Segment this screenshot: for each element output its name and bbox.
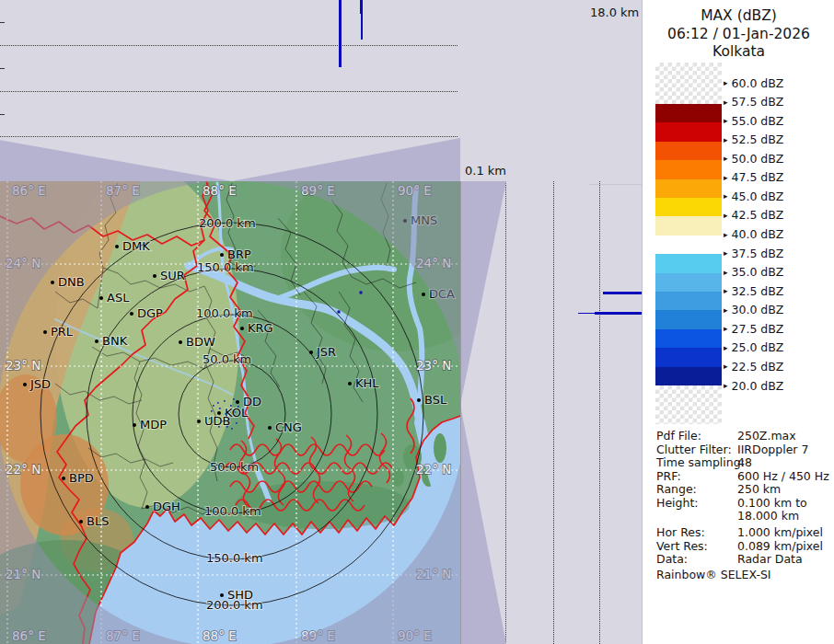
city-label: JSD (29, 377, 51, 391)
meta-row: Height:0.100 km to (656, 496, 831, 510)
range-ring-label: 50.0 km (203, 352, 251, 366)
clutter-echo (233, 398, 235, 400)
profile-gridline (0, 45, 458, 46)
scale-band (655, 254, 722, 272)
beam-shadow-wedge (460, 405, 506, 644)
city-marker (268, 426, 272, 430)
city-label: BRP (227, 247, 251, 261)
scale-label: ▸57.5 dBZ (724, 95, 783, 109)
meta-value: 48 (737, 455, 752, 469)
scale-band (655, 273, 722, 292)
meta-value: Radar Data (737, 552, 803, 566)
graticule-label: 21° N (416, 567, 451, 581)
range-ring-label: 50.0 km (210, 460, 259, 474)
meta-label: Vert Res: (656, 539, 708, 553)
scale-value: 30.0 dBZ (732, 303, 784, 316)
scale-value: 45.0 dBZ (732, 190, 784, 203)
graticule-label: 88° E (203, 628, 237, 643)
city-label: BDW (186, 335, 215, 349)
station-name: Kolkata (643, 43, 834, 62)
city-marker (309, 351, 313, 354)
echo-spike (595, 312, 642, 315)
city-marker (145, 505, 149, 509)
scale-label: ▸37.5 dBZ (724, 246, 783, 260)
city-marker (197, 420, 201, 423)
city-label: BPD (69, 471, 94, 485)
scale-tick-arrow-icon: ▸ (724, 378, 728, 393)
city-label: DGP (137, 306, 163, 320)
echo-spike (361, 14, 363, 40)
scale-value: 40.0 dBZ (732, 227, 784, 241)
profile-gridline (0, 91, 458, 92)
scale-value: 55.0 dBZ (732, 114, 784, 128)
city-marker (240, 327, 244, 330)
city-label: BNK (102, 334, 128, 348)
scale-band (655, 329, 722, 348)
graticule-label: 22° N (416, 462, 451, 477)
graticule-label: 89° E (301, 183, 335, 198)
scale-value: 50.0 dBZ (732, 152, 784, 166)
scale-tick-arrow-icon: ▸ (724, 113, 728, 128)
profile-gridline (589, 184, 642, 185)
radar-display: 18.0 km 0.1 km (0, 0, 834, 644)
scale-band (655, 348, 722, 366)
graticule-label: 24° N (416, 256, 451, 270)
city-label: CNG (275, 420, 302, 434)
graticule-label: 22° N (6, 462, 41, 477)
scale-tick-arrow-icon: ▸ (724, 75, 728, 90)
meta-label: Pdf File: (656, 429, 701, 443)
graticule-label: 89° E (301, 628, 335, 643)
echo-spike (603, 292, 642, 294)
scale-value: 27.5 dBZ (732, 322, 784, 336)
city-label: BLS (87, 514, 109, 528)
city-label: BSL (424, 393, 447, 407)
meta-label: Data: (656, 552, 688, 566)
meta-row: Pdf File:250Z.max (656, 429, 831, 443)
city-marker (43, 330, 47, 334)
scale-label: ▸42.5 dBZ (724, 208, 783, 223)
beam-shadow-wedge (0, 138, 232, 181)
city-marker (422, 293, 425, 296)
scale-tick-arrow-icon: ▸ (724, 227, 728, 242)
city-marker (236, 400, 239, 404)
scale-band (655, 122, 722, 141)
meta-row: Clutter Filter:IIRDoppler 7 (656, 443, 831, 456)
scale-value: 22.5 dBZ (732, 360, 784, 374)
city-marker (115, 245, 119, 248)
clutter-echo (211, 410, 213, 412)
city-label: DGH (153, 500, 180, 513)
meta-row: Vert Res:0.089 km/pixel (656, 539, 831, 553)
scale-band-transparent (655, 385, 722, 424)
product-name: MAX (dBZ) (643, 7, 834, 26)
scale-label: ▸30.0 dBZ (724, 303, 783, 317)
city-marker (95, 339, 98, 343)
scale-value: 47.5 dBZ (732, 170, 784, 184)
scale-band (655, 367, 722, 385)
scale-label: ▸50.0 dBZ (724, 151, 783, 166)
scale-label: ▸60.0 dBZ (724, 75, 783, 90)
radar-echo (338, 311, 341, 314)
graticule-label: 88° E (203, 183, 237, 198)
meta-value: 250Z.max (737, 429, 796, 443)
echo-spike (578, 313, 595, 314)
city-marker (99, 296, 103, 300)
graticule-label: 87° E (106, 628, 140, 643)
scale-tick-arrow-icon: ▸ (724, 208, 728, 223)
meta-label: Clutter Filter: (656, 443, 732, 456)
scale-label: ▸20.0 dBZ (724, 378, 783, 393)
city-marker (403, 219, 407, 223)
scale-band (655, 160, 722, 178)
city-label: JSR (316, 345, 336, 359)
city-marker (179, 340, 182, 344)
clutter-echo (217, 402, 219, 404)
scale-label: ▸27.5 dBZ (724, 321, 783, 336)
meta-row: Hor Res:1.000 km/pixel (656, 525, 831, 539)
meta-label: Hor Res: (656, 525, 705, 539)
city-marker (220, 253, 224, 257)
scale-value: 25.0 dBZ (732, 340, 784, 354)
meta-value: 0.089 km/pixel (737, 539, 823, 553)
scale-tick-arrow-icon: ▸ (724, 246, 728, 260)
city-label: KRG (248, 321, 273, 335)
beam-shadow-wedge (460, 181, 506, 405)
max-height-label: 18.0 km (590, 6, 639, 19)
